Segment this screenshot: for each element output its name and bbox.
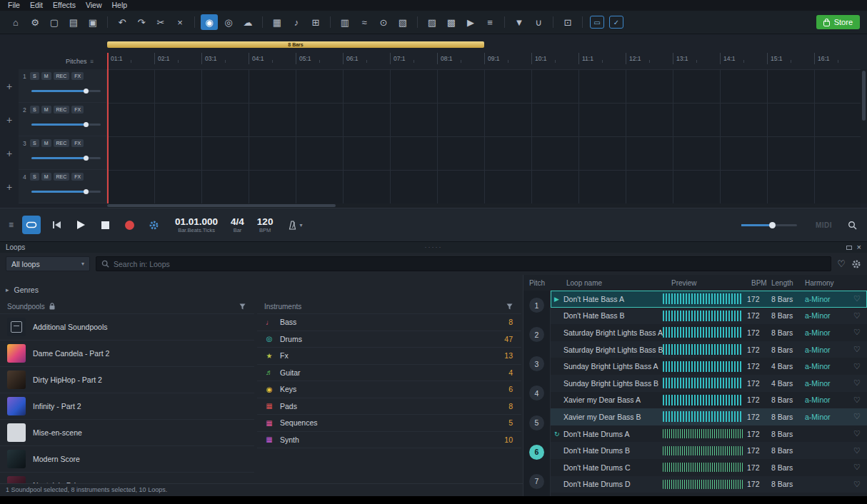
master-volume-slider[interactable] [741,224,797,226]
cloud-icon[interactable]: ☁ [239,14,256,30]
close-panel-icon[interactable]: × [857,242,861,253]
menu-item[interactable]: File [3,0,25,11]
settings-icon[interactable]: ⚙ [26,14,44,30]
slider-knob[interactable] [84,122,89,127]
soundpool-item[interactable]: Mise-en-scene [0,420,254,446]
image-icon[interactable]: ▨ [424,14,441,30]
home-icon[interactable]: ⌂ [7,14,24,30]
loop-row[interactable]: Xavier my Dear Bass A 172 8 Bars a-Minor… [551,392,867,409]
templates-grid-icon[interactable]: ⊞ [307,14,324,30]
pitch-button[interactable]: 7 [529,474,544,489]
playlist-icon[interactable]: ≡ [481,14,498,30]
favorite-icon[interactable]: ♡ [849,480,865,489]
slider-knob[interactable] [84,89,89,94]
search-box[interactable] [96,256,831,271]
metronome-button[interactable]: ▾ [289,221,302,230]
fx-button[interactable]: FX [71,173,84,181]
loop-row[interactable]: Don't Hate Bass B 172 8 Bars a-Minor ♡ [551,308,867,325]
track-volume-slider[interactable] [31,124,101,126]
instrument-item[interactable]: ▦ Sequences 5 [257,415,521,432]
filter-flag-icon[interactable]: ▼ [511,14,528,30]
menu-item[interactable]: Effects [48,0,81,11]
chevron-down-icon[interactable]: ▾ [299,222,302,228]
loop-row[interactable]: Don't Hate Drums D 172 8 Bars ♡ [551,476,867,493]
favorite-icon[interactable]: ♡ [849,345,865,354]
solo-button[interactable]: S [30,139,39,147]
instrument-item[interactable]: ▦ Synth 10 [257,432,521,449]
screen-icon[interactable]: ▩ [443,14,460,30]
loop-filter-dropdown[interactable]: All loops ▾ [6,256,90,271]
stop-button[interactable] [96,216,114,234]
add-track-button[interactable]: + [0,103,19,136]
instrument-item[interactable]: ♬ Guitar 4 [257,365,521,382]
soundpool-item[interactable]: Additional Soundpools [0,314,254,341]
loop-range-bar[interactable]: 8 Bars [107,41,484,48]
loop-row[interactable]: Don't Hate Drums B 172 8 Bars ♡ [551,442,867,459]
transport-settings-button[interactable] [145,216,162,234]
loop-toggle-button[interactable] [22,216,41,234]
loop-row[interactable]: Saturday Bright Lights Bass B 172 8 Bars… [551,341,867,358]
open-project-icon[interactable]: ▤ [65,14,82,30]
arrangement-options-icon[interactable]: ≡ [9,220,14,230]
loop-row[interactable]: Xavier my Dear Bass B 172 8 Bars a-Minor… [551,408,867,425]
pitch-button[interactable]: 2 [529,327,544,342]
arranger-grid[interactable] [107,69,861,203]
loop-row[interactable]: Sunday Bright Lights Bass A 172 4 Bars a… [551,358,867,375]
add-track-button[interactable]: + [0,136,19,170]
loop-row[interactable]: ↻ Don't Hate Drums A 172 8 Bars ♡ [551,425,867,443]
object-editor-icon[interactable]: ⊡ [559,14,576,30]
soundpool-grid-icon[interactable]: ▦ [269,14,286,30]
mute-button[interactable]: M [41,106,51,114]
instruments-filter-icon[interactable] [506,303,513,310]
add-track-button[interactable]: + [0,170,19,203]
instrument-item[interactable]: ▦ Pads 8 [257,398,521,415]
search-input[interactable] [114,260,826,268]
scrollbar-thumb[interactable] [107,204,336,207]
record-arm-button[interactable]: REC [54,139,70,147]
play-button[interactable] [72,216,89,234]
loop-row[interactable]: Sunday Bright Lights Bass B 172 4 Bars a… [551,375,867,392]
panel-settings-button[interactable] [851,259,861,269]
record-arm-button[interactable]: REC [54,173,70,181]
fx-button[interactable]: FX [71,139,84,147]
delete-icon[interactable]: × [171,14,189,30]
solo-button[interactable]: S [30,106,39,114]
slider-knob[interactable] [769,222,776,228]
mute-button[interactable]: M [41,173,51,181]
panel-resize-handle[interactable]: ····· [425,242,443,253]
instrument-item[interactable]: ★ Fx 13 [257,348,521,365]
zoom-button[interactable] [848,221,857,230]
menu-item[interactable]: Help [107,0,133,11]
slider-knob[interactable] [84,156,89,161]
arranger-vertical-scrollbar[interactable] [861,69,867,203]
levels-icon[interactable]: ≈ [356,14,373,30]
record-preview-icon[interactable]: ◎ [220,14,237,30]
instrument-item[interactable]: ◉ Keys 6 [257,381,521,398]
instrument-item[interactable]: ◎ Drums 47 [257,331,521,348]
cut-icon[interactable]: ✂ [152,14,169,30]
loop-row[interactable]: ▶ Don't Hate Bass A 172 8 Bars a-Minor ♡ [551,291,867,308]
preview-icon[interactable]: ◉ [201,14,218,30]
track-volume-slider[interactable] [31,90,101,92]
music-note-icon[interactable]: ♪ [288,14,305,30]
mute-button[interactable]: M [41,72,51,80]
favorite-icon[interactable]: ♡ [849,446,865,455]
loop-row[interactable]: Don't Hate Drums C 172 8 Bars ♡ [551,459,867,476]
timeline-ruler[interactable]: 01:102:103:104:105:106:107:108:109:110:1… [107,53,861,64]
genres-toggle[interactable]: ▸ Genres [0,282,523,298]
video-icon[interactable]: ▶ [462,14,479,30]
fx-button[interactable]: FX [71,106,84,114]
instrument-item[interactable]: ♩ Bass 8 [257,314,521,331]
favorite-icon[interactable]: ♡ [849,395,865,405]
midi-routing-icon[interactable]: ∪ [530,14,547,30]
mastering-icon[interactable]: ⊙ [375,14,392,30]
soundpool-item[interactable]: Modern Score [0,446,254,473]
skip-start-button[interactable] [48,216,65,234]
menu-item[interactable]: View [81,0,107,11]
menu-item[interactable]: Edit [25,0,48,11]
fx-button[interactable]: FX [71,72,84,80]
soundpool-item[interactable]: Dame Candela - Part 2 [0,341,254,367]
favorite-icon[interactable]: ♡ [849,412,865,421]
pitch-button[interactable]: 1 [529,298,544,313]
track-volume-slider[interactable] [31,191,101,193]
